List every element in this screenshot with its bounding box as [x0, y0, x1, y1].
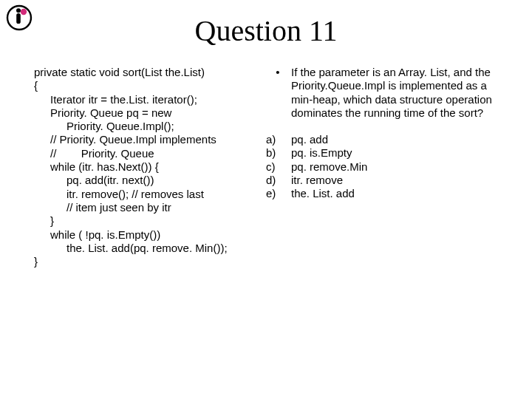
options-list: a) pq. add b) pq. is.Empty c) pq. remove…: [265, 133, 502, 200]
code-line: // Priority. Queue: [34, 147, 256, 160]
option-a: a) pq. add: [265, 133, 502, 146]
code-line: Priority. Queue.Impl();: [34, 120, 256, 133]
option-text: itr. remove: [291, 174, 502, 187]
code-line: // Priority. Queue.Impl implements: [34, 133, 256, 146]
code-line: }: [34, 255, 256, 268]
option-marker: e): [265, 187, 291, 200]
bullet-icon: •: [265, 66, 291, 120]
content-area: private static void sort(List the.List) …: [0, 66, 532, 268]
option-d: d) itr. remove: [265, 174, 502, 187]
option-marker: c): [265, 160, 291, 174]
logo-icon: [6, 4, 33, 31]
code-line: itr. remove(); // removes last: [34, 188, 256, 201]
code-line: while ( !pq. is.Empty()): [34, 228, 256, 242]
code-line: pq. add(itr. next()): [34, 174, 256, 187]
code-line: while (itr. has.Next()) {: [34, 160, 256, 174]
option-b: b) pq. is.Empty: [265, 146, 502, 160]
option-e: e) the. List. add: [265, 187, 502, 200]
code-line: // item just seen by itr: [34, 201, 256, 214]
option-text: pq. add: [291, 133, 502, 146]
svg-rect-2: [16, 13, 21, 24]
question-row: • If the parameter is an Array. List, an…: [265, 66, 502, 120]
option-marker: a): [265, 133, 291, 146]
code-line: Iterator itr = the.List. iterator();: [34, 93, 256, 106]
option-c: c) pq. remove.Min: [265, 160, 502, 174]
question-area: • If the parameter is an Array. List, an…: [256, 66, 502, 268]
code-block: private static void sort(List the.List) …: [34, 66, 256, 268]
option-marker: d): [265, 174, 291, 187]
page-title: Question 11: [0, 0, 532, 66]
code-line: Priority. Queue pq = new: [34, 106, 256, 120]
code-line: the. List. add(pq. remove. Min());: [34, 242, 256, 255]
svg-point-1: [21, 9, 27, 15]
option-marker: b): [265, 146, 291, 160]
question-text: If the parameter is an Array. List, and …: [291, 66, 502, 120]
code-line: {: [34, 79, 256, 92]
code-line: }: [34, 214, 256, 228]
option-text: pq. is.Empty: [291, 146, 502, 160]
option-text: pq. remove.Min: [291, 160, 502, 174]
svg-point-3: [16, 8, 21, 13]
code-line: private static void sort(List the.List): [34, 66, 256, 79]
option-text: the. List. add: [291, 187, 502, 200]
